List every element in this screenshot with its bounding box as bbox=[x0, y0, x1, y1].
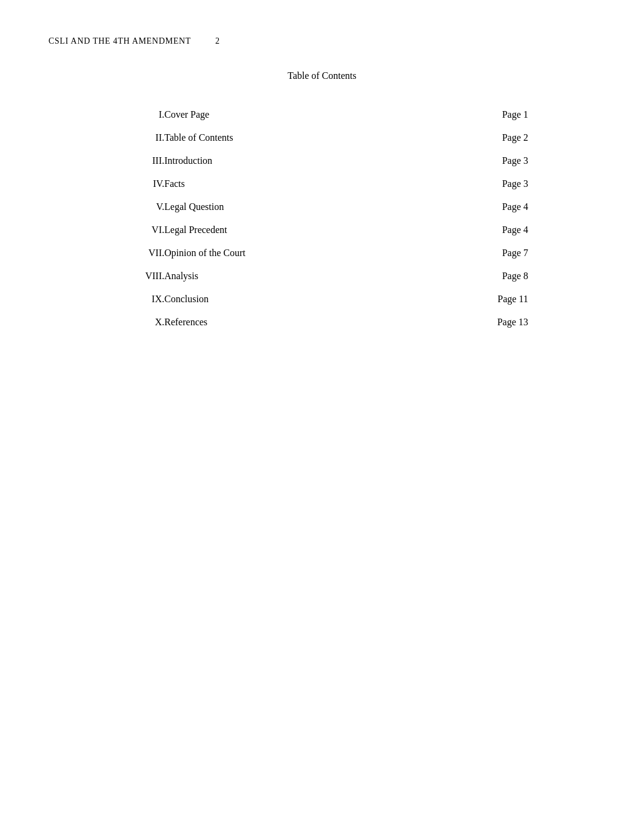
toc-page: Page 11 bbox=[428, 288, 528, 311]
toc-page: Page 3 bbox=[428, 149, 528, 172]
toc-row: VII.Opinion of the CourtPage 7 bbox=[116, 242, 528, 265]
toc-numeral: VI. bbox=[116, 218, 164, 242]
page-header: CSLI AND THE 4TH AMENDMENT 2 bbox=[49, 36, 595, 46]
toc-row: V.Legal QuestionPage 4 bbox=[116, 195, 528, 218]
toc-label: Cover Page bbox=[164, 103, 428, 126]
toc-numeral: II. bbox=[116, 126, 164, 149]
toc-label: References bbox=[164, 311, 428, 334]
toc-numeral: IX. bbox=[116, 288, 164, 311]
toc-numeral: III. bbox=[116, 149, 164, 172]
toc-label: Opinion of the Court bbox=[164, 242, 428, 265]
toc-table: I.Cover PagePage 1II.Table of ContentsPa… bbox=[116, 103, 528, 334]
toc-page: Page 1 bbox=[428, 103, 528, 126]
toc-numeral: VII. bbox=[116, 242, 164, 265]
toc-numeral: I. bbox=[116, 103, 164, 126]
document-page: CSLI AND THE 4TH AMENDMENT 2 Table of Co… bbox=[0, 0, 644, 835]
toc-page: Page 4 bbox=[428, 218, 528, 242]
toc-label: Introduction bbox=[164, 149, 428, 172]
toc-row: I.Cover PagePage 1 bbox=[116, 103, 528, 126]
toc-label: Facts bbox=[164, 172, 428, 195]
toc-page: Page 8 bbox=[428, 265, 528, 288]
toc-page: Page 4 bbox=[428, 195, 528, 218]
document-title: CSLI AND THE 4TH AMENDMENT bbox=[49, 36, 191, 46]
toc-page: Page 2 bbox=[428, 126, 528, 149]
toc-label: Conclusion bbox=[164, 288, 428, 311]
toc-label: Analysis bbox=[164, 265, 428, 288]
toc-page: Page 13 bbox=[428, 311, 528, 334]
toc-row: VI.Legal PrecedentPage 4 bbox=[116, 218, 528, 242]
toc-row: X.ReferencesPage 13 bbox=[116, 311, 528, 334]
page-number: 2 bbox=[215, 36, 220, 46]
toc-heading: Table of Contents bbox=[49, 70, 595, 81]
toc-numeral: IV. bbox=[116, 172, 164, 195]
toc-row: IX.ConclusionPage 11 bbox=[116, 288, 528, 311]
toc-numeral: V. bbox=[116, 195, 164, 218]
toc-numeral: X. bbox=[116, 311, 164, 334]
toc-row: VIII.AnalysisPage 8 bbox=[116, 265, 528, 288]
toc-row: II.Table of ContentsPage 2 bbox=[116, 126, 528, 149]
toc-row: III.IntroductionPage 3 bbox=[116, 149, 528, 172]
toc-label: Table of Contents bbox=[164, 126, 428, 149]
toc-label: Legal Question bbox=[164, 195, 428, 218]
toc-page: Page 7 bbox=[428, 242, 528, 265]
toc-row: IV.FactsPage 3 bbox=[116, 172, 528, 195]
toc-page: Page 3 bbox=[428, 172, 528, 195]
toc-numeral: VIII. bbox=[116, 265, 164, 288]
toc-label: Legal Precedent bbox=[164, 218, 428, 242]
